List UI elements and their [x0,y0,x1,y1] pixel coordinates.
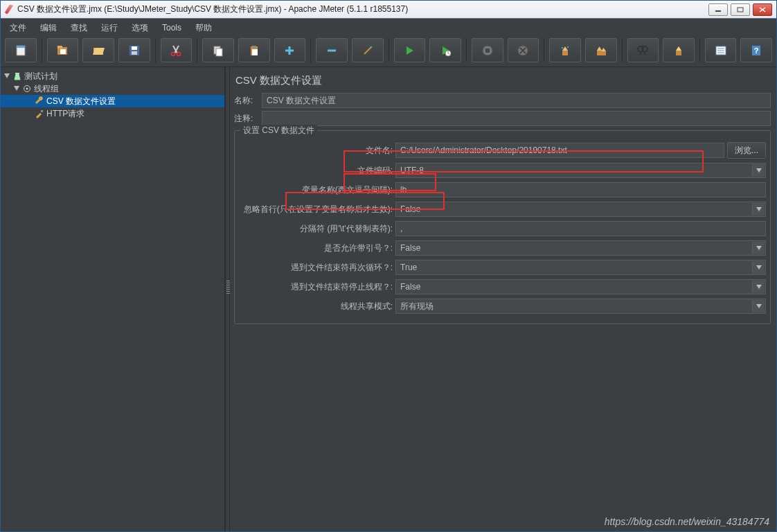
svg-rect-7 [57,46,62,48]
varnames-label: 变量名称(西文逗号间隔): [239,184,395,196]
stopthread-combo[interactable]: False [395,279,766,294]
wand-button[interactable] [352,38,384,62]
svg-marker-10 [93,48,105,55]
clear-button[interactable] [549,38,581,62]
save-icon [128,44,141,57]
encoding-combo[interactable]: UTF-8 [395,163,766,178]
window-minimize-button[interactable] [708,3,728,16]
chevron-down-icon[interactable] [752,300,765,312]
toolbar-separator [544,38,544,62]
tree-label: 线程组 [34,83,59,95]
sharemode-combo[interactable]: 所有现场 [395,299,766,314]
function-helper-icon [715,44,727,57]
svg-point-41 [567,46,569,48]
svg-rect-44 [601,51,606,55]
chevron-down-icon[interactable] [752,281,765,293]
templates-button[interactable] [47,38,79,62]
clear-all-button[interactable] [585,38,617,62]
remove-button[interactable] [316,38,348,62]
name-label: 名称: [234,95,259,107]
varnames-input[interactable]: lh [395,182,766,197]
window-maximize-button[interactable] [731,3,750,16]
cut-button[interactable] [161,38,193,62]
svg-marker-39 [562,46,568,51]
svg-marker-28 [407,46,413,55]
menu-帮助[interactable]: 帮助 [189,21,218,35]
svg-point-17 [177,52,181,55]
menu-文件[interactable]: 文件 [3,21,33,35]
toolbar-separator [310,38,311,62]
menu-tools[interactable]: Tools [156,21,188,34]
tree-node-http[interactable]: HTTP请求 [1,107,224,120]
svg-rect-0 [715,10,721,12]
reset-search-button[interactable] [663,38,695,62]
stop-button[interactable] [472,38,503,62]
svg-rect-50 [676,51,681,55]
save-button[interactable] [118,38,150,62]
tree-panel[interactable]: 测试计划 线程组 CSV 数据文件设置 HTTP请求 [1,67,225,531]
browse-button[interactable]: 浏览... [727,142,766,159]
ignorefirst-label: 忽略首行(只在设置了变量名称后才生效): [239,204,395,215]
sharemode-label: 线程共享模式: [239,301,395,312]
svg-rect-38 [562,51,568,55]
start-notimers-button[interactable] [429,38,461,62]
tree-node-csv[interactable]: CSV 数据文件设置 [1,95,224,107]
app-icon [5,5,13,15]
add-button[interactable] [274,38,306,62]
quoted-combo[interactable]: False [395,240,766,256]
chevron-down-icon[interactable] [752,164,765,177]
help-button[interactable]: ? [740,38,772,62]
toolbar-separator [622,38,623,62]
comment-input[interactable] [262,111,771,126]
svg-marker-65 [756,168,762,172]
svg-rect-5 [17,46,25,48]
paste-button[interactable] [238,38,270,62]
chevron-down-icon[interactable] [752,242,765,254]
menu-编辑[interactable]: 编辑 [34,21,63,35]
tree-node-testplan[interactable]: 测试计划 [1,70,224,82]
clear-all-icon [595,44,607,57]
svg-marker-60 [15,74,20,80]
copy-button[interactable] [202,38,234,62]
svg-marker-43 [597,46,602,51]
search-button[interactable] [627,38,659,62]
filename-label: 文件名: [239,145,395,157]
open-button[interactable] [82,38,114,62]
new-file-button[interactable] [5,38,37,62]
chevron-down-icon[interactable] [752,203,765,215]
dropper-icon [35,109,44,118]
split-handle[interactable] [225,67,230,531]
toolbar-separator [197,38,197,62]
toolbar-separator [699,38,700,62]
tree-label: 测试计划 [24,71,57,82]
toolbar-separator [155,38,156,62]
svg-marker-69 [756,285,762,289]
open-icon [92,44,105,57]
svg-line-26 [364,47,371,54]
tree-node-threadgroup[interactable]: 线程组 [1,82,224,95]
copy-icon [212,44,224,57]
menu-运行[interactable]: 运行 [95,21,124,35]
paste-icon [248,44,260,57]
svg-point-40 [562,47,563,48]
menu-查找[interactable]: 查找 [64,21,93,35]
toolbar-separator [388,38,389,62]
shutdown-button[interactable] [508,38,539,62]
filename-input[interactable]: C:/Users/Administrator/Desktop/20190718.… [395,143,724,158]
recycle-combo[interactable]: True [395,260,766,275]
function-helper-button[interactable] [705,38,737,62]
reset-search-icon [672,44,685,57]
ignorefirst-combo[interactable]: False [395,202,766,217]
svg-marker-58 [4,73,10,78]
start-button[interactable] [394,38,426,62]
chevron-down-icon[interactable] [752,261,765,274]
delimiter-input[interactable]: , [395,221,766,236]
window-close-button[interactable] [753,3,772,16]
svg-rect-22 [252,49,258,55]
svg-marker-70 [756,304,762,308]
group-title: 设置 CSV 数据文件 [240,125,317,136]
name-input[interactable]: CSV 数据文件设置 [262,93,771,108]
svg-text:?: ? [754,46,759,55]
menu-选项[interactable]: 选项 [125,21,154,35]
encoding-label: 文件编码: [239,165,395,177]
